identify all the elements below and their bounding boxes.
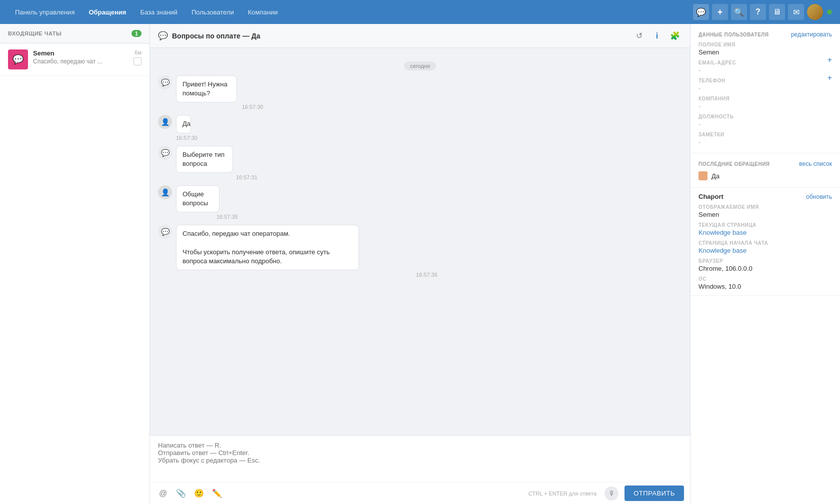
nav-item-companies[interactable]: Компании <box>241 0 285 24</box>
msg-bubble: Выберите тип вопроса <box>176 146 233 173</box>
msg-time: 16:57:36 <box>176 272 438 278</box>
top-nav: Панель управления Обращения База знаний … <box>0 0 840 24</box>
msg-bubble: Спасибо, передаю чат операторам. Чтобы у… <box>176 225 359 270</box>
msg-content-wrap: Привет! Нужна помощь? 16:57:30 <box>176 75 263 110</box>
help-icon-btn[interactable]: ? <box>750 4 766 20</box>
notes-value: - <box>698 138 832 146</box>
message-row: 👤 Общие вопросы 16:57:35 <box>158 185 682 220</box>
mic-btn[interactable]: 🎙 <box>604 487 618 501</box>
msg-bubble: Общие вопросы <box>176 185 220 212</box>
edit-user-btn[interactable]: редактировать <box>791 31 832 38</box>
bot-avatar: 💬 <box>158 146 172 160</box>
msg-text: Да <box>176 115 191 133</box>
user-avatar-icon: 👤 <box>161 188 170 196</box>
msg-bubble: Привет! Нужна помощь? <box>176 75 237 102</box>
current-page-label: ТЕКУЩАЯ СТРАНИЦА <box>698 222 832 228</box>
emoji-icon: 🙂 <box>194 489 204 498</box>
phone-add-btn[interactable]: + <box>828 74 832 82</box>
msg-time: 16:57:31 <box>176 174 258 180</box>
sidebar-title: ВХОДЯЩИЕ ЧАТЫ <box>8 30 62 36</box>
date-divider: сегодня <box>158 62 682 69</box>
nav-item-knowledge[interactable]: База знаний <box>133 0 184 24</box>
chaport-update-btn[interactable]: обновить <box>806 193 832 200</box>
messages-container[interactable]: сегодня 💬 Привет! Нужна помощь? 16:57:30… <box>150 48 690 435</box>
msg-content-wrap: Спасибо, передаю чат операторам. Чтобы у… <box>176 225 438 278</box>
msg-bubble: Да <box>176 115 191 133</box>
last-conv-item[interactable]: Да <box>698 171 832 180</box>
nav-icons: 💬 + 🔍 ? 🖥 ✉ <box>693 4 832 20</box>
mention-btn[interactable]: @ <box>156 487 170 501</box>
emoji-btn[interactable]: 🙂 <box>192 487 206 501</box>
msg-content-wrap: Да 16:57:30 <box>176 115 198 140</box>
os-label: ОС <box>698 276 832 282</box>
history-icon-btn[interactable]: ↺ <box>632 29 646 43</box>
msg-content-wrap: Общие вопросы 16:57:35 <box>176 185 238 220</box>
sidebar-header: ВХОДЯЩИЕ ЧАТЫ 1 <box>0 24 150 43</box>
browser-value: Chrome, 106.0.0.0 <box>698 265 832 272</box>
nav-item-conversations[interactable]: Обращения <box>82 0 133 24</box>
attach-icon: 📎 <box>176 489 186 498</box>
chat-avatar-icon: 💬 <box>12 54 24 65</box>
nav-item-dashboard[interactable]: Панель управления <box>8 0 82 24</box>
avatar-btn[interactable] <box>807 4 823 20</box>
bot-avatar-icon: 💬 <box>161 149 170 157</box>
msg-content-wrap: Выберите тип вопроса 16:57:31 <box>176 146 258 180</box>
reply-input[interactable] <box>150 436 690 481</box>
chaport-header: Chaport обновить <box>698 193 832 200</box>
message-row: 💬 Привет! Нужна помощь? 16:57:30 <box>158 75 682 110</box>
os-value: Windows, 10.0 <box>698 283 832 290</box>
chat-header-title: Вопросы по оплате — Да <box>172 32 260 40</box>
template-btn[interactable]: ✏️ <box>210 487 224 501</box>
chat-area: 💬 Вопросы по оплате — Да ↺ i 🧩 <box>150 24 690 504</box>
monitor-icon-btn[interactable]: 🖥 <box>769 4 785 20</box>
info-icon-btn[interactable]: i <box>650 29 664 43</box>
user-data-header: ДАННЫЕ ПОЛЬЗОВАТЕЛЯ редактировать <box>698 31 832 38</box>
attach-btn[interactable]: 📎 <box>174 487 188 501</box>
msg-time: 16:57:35 <box>176 214 238 220</box>
all-conversations-btn[interactable]: весь список <box>799 160 832 167</box>
phone-row: ТЕЛЕФОН - + <box>698 74 832 92</box>
search-icon: 🔍 <box>734 7 744 17</box>
display-name-label: ОТОБРАЖАЕМОЕ ИМЯ <box>698 204 832 210</box>
nav-item-users[interactable]: Пользователи <box>184 0 241 24</box>
monitor-icon: 🖥 <box>773 7 781 16</box>
start-page-value[interactable]: Knowledge base <box>698 247 832 254</box>
message-row: 💬 Выберите тип вопроса 16:57:31 <box>158 146 682 180</box>
email-add-btn[interactable]: + <box>828 56 832 64</box>
reply-area: @ 📎 🙂 ✏️ CTRL + ENTER для ответа 🎙 ОТПРА… <box>150 435 690 504</box>
template-icon: ✏️ <box>212 489 222 498</box>
chat-item[interactable]: 💬 Semen Спасибо, передаю чат ... 6м <box>0 43 150 76</box>
browser-label: БРАУЗЕР <box>698 258 832 264</box>
plugin-icon-btn[interactable]: 🧩 <box>668 29 682 43</box>
main-layout: ВХОДЯЩИЕ ЧАТЫ 1 💬 Semen Спасибо, передаю… <box>0 24 840 504</box>
chat-list: 💬 Semen Спасибо, передаю чат ... 6м <box>0 43 150 504</box>
send-button[interactable]: ОТПРАВИТЬ <box>624 486 684 501</box>
info-icon: i <box>656 31 658 40</box>
user-avatar-icon: 👤 <box>161 118 170 126</box>
msg-text: Спасибо, передаю чат операторам. Чтобы у… <box>176 225 359 270</box>
chat-icon-btn[interactable]: 💬 <box>693 4 709 20</box>
reply-toolbar: @ 📎 🙂 ✏️ CTRL + ENTER для ответа 🎙 ОТПРА… <box>150 482 690 504</box>
message-row: 👤 Да 16:57:30 <box>158 115 682 140</box>
chat-checkbox[interactable] <box>134 57 142 65</box>
user-avatar: 👤 <box>158 185 172 199</box>
chat-preview: Спасибо, передаю чат ... <box>33 58 128 65</box>
email-icon-btn[interactable]: ✉ <box>788 4 804 20</box>
online-status-dot <box>827 9 832 14</box>
history-icon: ↺ <box>636 31 642 40</box>
fullname-label: ПОЛНОЕ ИМЯ <box>698 42 832 47</box>
phone-value: - <box>698 84 726 92</box>
email-icon: ✉ <box>793 7 800 17</box>
chaport-title: Chaport <box>698 193 724 200</box>
avatar-image <box>807 4 823 20</box>
add-icon-btn[interactable]: + <box>712 4 728 20</box>
ctrl-hint: CTRL + ENTER для ответа <box>528 491 596 497</box>
fullname-value: Semen <box>698 48 832 56</box>
left-sidebar: ВХОДЯЩИЕ ЧАТЫ 1 💬 Semen Спасибо, передаю… <box>0 24 150 504</box>
sidebar-count: 1 <box>132 30 142 37</box>
phone-label: ТЕЛЕФОН <box>698 78 726 83</box>
search-icon-btn[interactable]: 🔍 <box>731 4 747 20</box>
current-page-value[interactable]: Knowledge base <box>698 229 832 236</box>
chat-icon: 💬 <box>696 7 706 17</box>
email-value: - <box>698 66 736 74</box>
